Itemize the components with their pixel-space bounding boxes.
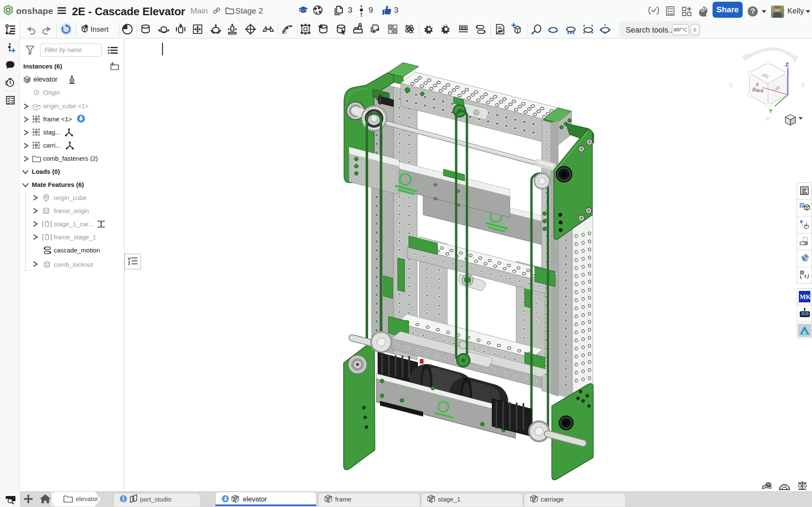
svg-text:Y: Y bbox=[769, 108, 773, 114]
svg-text:Z: Z bbox=[785, 61, 789, 68]
svg-text:x): x) bbox=[804, 272, 809, 280]
svg-text:X: X bbox=[756, 82, 759, 87]
